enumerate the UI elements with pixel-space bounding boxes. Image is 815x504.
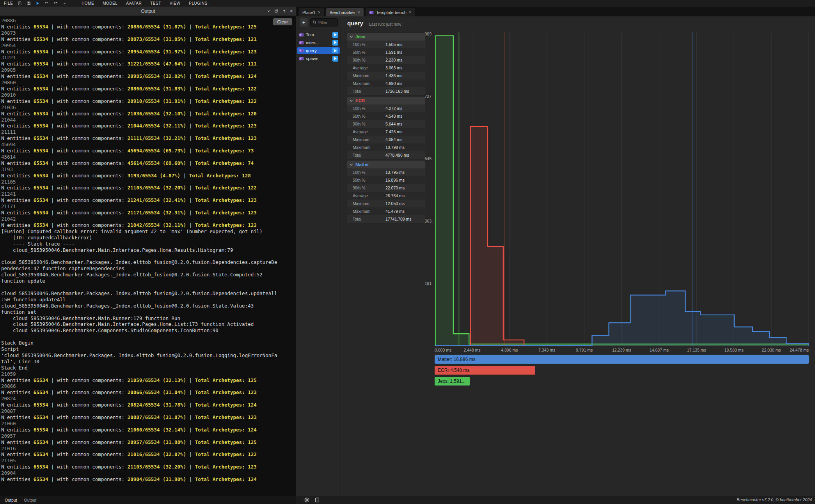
output-dock-tab[interactable]: Output bbox=[5, 498, 17, 502]
stat-label: Maximum bbox=[353, 209, 371, 214]
log-line: 20824 bbox=[1, 396, 296, 402]
stat-label: 10th % bbox=[353, 106, 366, 111]
log-line: cloud_5853950046.Benchmarker.Main.Interf… bbox=[1, 321, 296, 327]
log-line: N entities 65534 | with common component… bbox=[1, 135, 296, 141]
output-log[interactable]: 20886N entities 65534 | with common comp… bbox=[0, 16, 296, 496]
stats-section-header[interactable]: Matter bbox=[347, 161, 425, 168]
chevron-down-icon bbox=[350, 35, 353, 39]
log-line: cloud_5853950046.Benchmarker.Packages._I… bbox=[1, 303, 296, 309]
tab-benchmarker[interactable]: Benchmarker× bbox=[326, 8, 364, 16]
filter-input[interactable] bbox=[318, 20, 336, 25]
log-line bbox=[1, 284, 296, 290]
output-dock-tab[interactable]: Output bbox=[24, 498, 37, 502]
log-line: cloud_5853950046.Benchmarker.Packages._I… bbox=[1, 290, 296, 297]
float-window-icon[interactable] bbox=[274, 9, 279, 13]
new-file-icon[interactable] bbox=[18, 1, 22, 5]
pin-icon[interactable] bbox=[282, 9, 286, 13]
file-menu[interactable]: FILE bbox=[4, 1, 13, 5]
log-line: function update bbox=[1, 278, 296, 284]
add-benchmark-button[interactable]: + bbox=[300, 18, 308, 27]
log-line: N entities 65534 | with common component… bbox=[1, 210, 296, 216]
output-panel: Output × 20886N entities 65534 | with co… bbox=[0, 7, 296, 496]
log-line: N entities 65534 | with common component… bbox=[1, 73, 296, 80]
log-line: N entities 65534 | with common component… bbox=[1, 439, 296, 446]
log-line: cloud_5853950046.Benchmarker.Components.… bbox=[1, 327, 296, 334]
benchmark-icon bbox=[299, 48, 304, 53]
tab-place1[interactable]: Place1× bbox=[299, 8, 324, 16]
stat-value: 7.426 ms bbox=[385, 129, 402, 134]
close-icon[interactable]: × bbox=[290, 9, 293, 13]
log-line: 20957 bbox=[1, 433, 296, 439]
log-line: N entities 65534 | with common component… bbox=[1, 36, 296, 42]
stat-label: 90th % bbox=[353, 186, 366, 190]
settings-gear-icon[interactable] bbox=[304, 497, 310, 503]
tab-templatebench[interactable]: Template.bench× bbox=[366, 8, 415, 16]
log-line: 21016 bbox=[1, 446, 296, 452]
legend-label: Matter: 16.896 ms bbox=[435, 355, 809, 364]
output-header[interactable]: Output × bbox=[0, 7, 296, 16]
ribbon-tab-home[interactable]: HOME bbox=[82, 1, 94, 5]
log-line: 45614 bbox=[1, 154, 296, 160]
docs-icon[interactable] bbox=[314, 497, 320, 503]
play-icon[interactable] bbox=[36, 1, 40, 5]
log-line: 20904 bbox=[1, 470, 296, 476]
x-tick-label: 2.448 ms bbox=[463, 348, 480, 352]
ribbon-tab-model[interactable]: MODEL bbox=[103, 1, 117, 5]
stat-row: 50th %4.548 ms bbox=[347, 112, 425, 120]
benchmark-item-Tem[interactable]: Tem... bbox=[297, 31, 340, 38]
stat-value: 13.795 ms bbox=[385, 170, 405, 175]
stat-value: 22.070 ms bbox=[385, 186, 405, 190]
benchmark-item-label: Tem... bbox=[306, 32, 330, 37]
stat-value: 1.505 ms bbox=[385, 42, 402, 47]
run-benchmark-button[interactable] bbox=[332, 56, 338, 62]
tab-label: Place1 bbox=[302, 10, 316, 15]
benchmark-item-spawn[interactable]: spawn bbox=[297, 55, 340, 62]
benchmark-item-label: query bbox=[306, 48, 330, 53]
ribbon-tab-test[interactable]: TEST bbox=[150, 1, 161, 5]
ribbon-tab-view[interactable]: VIEW bbox=[170, 1, 181, 5]
filter-box bbox=[310, 18, 338, 27]
run-benchmark-button[interactable] bbox=[332, 48, 338, 53]
stat-row: Minimum4.054 ms bbox=[347, 136, 425, 143]
chevron-down-icon[interactable] bbox=[266, 9, 271, 13]
log-line: N entities 65534 | with common component… bbox=[1, 86, 296, 92]
stat-value: 4.054 ms bbox=[385, 137, 402, 142]
ribbon-tab-plugins[interactable]: PLUGINS bbox=[189, 1, 207, 5]
tab-close-icon[interactable]: × bbox=[409, 10, 412, 15]
log-line: cloud_5853950046.Benchmarker.Packages._I… bbox=[1, 259, 296, 265]
stat-row: Average7.426 ms bbox=[347, 128, 425, 136]
save-icon[interactable] bbox=[27, 1, 31, 5]
roblox-studio-window: FILE HOMEMODELAVATARTESTVIEWPLUGINS Outp… bbox=[0, 0, 815, 504]
ribbon-tab-avatar[interactable]: AVATAR bbox=[126, 1, 142, 5]
stats-panel: Jecs10th %1.505 ms50th %1.591 ms90th %2.… bbox=[347, 33, 425, 225]
stat-row: Average3.063 ms bbox=[347, 64, 425, 72]
tab-close-icon[interactable]: × bbox=[357, 10, 360, 15]
run-benchmark-button[interactable] bbox=[332, 40, 338, 46]
redo-icon[interactable] bbox=[53, 1, 58, 5]
chevron-down-icon bbox=[350, 99, 353, 103]
menubar: FILE HOMEMODELAVATARTESTVIEWPLUGINS bbox=[0, 0, 815, 7]
undo-icon[interactable] bbox=[44, 1, 49, 5]
clear-button[interactable]: Clear bbox=[273, 18, 292, 25]
stat-label: 90th % bbox=[353, 58, 366, 62]
log-line: 20860 bbox=[1, 80, 296, 86]
stat-value: 5.644 ms bbox=[385, 122, 402, 126]
benchmark-item-inser[interactable]: inser... bbox=[297, 39, 340, 46]
benchmark-item-query[interactable]: query bbox=[297, 47, 340, 54]
log-line: 21059 bbox=[1, 371, 296, 377]
log-line: 21042 bbox=[1, 216, 296, 222]
x-tick-label: 22.030 ms bbox=[762, 348, 781, 352]
stat-row: 10th %4.272 ms bbox=[347, 104, 425, 112]
log-line: N entities 65534 | with common component… bbox=[1, 185, 296, 191]
log-line: N entities 65534 | with common component… bbox=[1, 123, 296, 129]
output-header-icons: × bbox=[266, 7, 293, 16]
run-benchmark-button[interactable] bbox=[332, 32, 338, 38]
log-line: N entities 65534 | with common component… bbox=[1, 49, 296, 55]
stat-value: 4.548 ms bbox=[385, 114, 402, 118]
log-line: N entities 65534 | with common component… bbox=[1, 476, 296, 483]
log-line: ---- Stack trace ---- bbox=[1, 241, 296, 247]
chevron-down-icon[interactable] bbox=[62, 1, 67, 5]
tab-close-icon[interactable]: × bbox=[318, 10, 321, 15]
stat-label: Minimum bbox=[353, 73, 369, 78]
log-line: N entities 65534 | with common component… bbox=[1, 61, 296, 67]
